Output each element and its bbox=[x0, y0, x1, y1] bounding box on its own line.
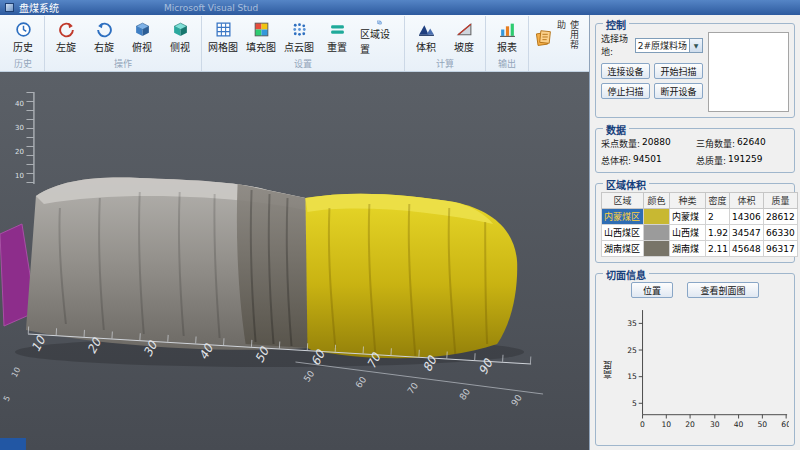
viewport-3d[interactable]: 10 20 30 40 50 60 70 80 90 50 60 bbox=[0, 72, 589, 450]
color-swatch bbox=[644, 225, 670, 241]
side-view-button[interactable]: 侧视 bbox=[161, 17, 199, 59]
control-group-title: 控制 bbox=[603, 17, 629, 32]
cell-region: 山西煤区 bbox=[602, 225, 644, 241]
cell-type: 湖南煤 bbox=[670, 241, 706, 257]
cell-type: 内蒙煤 bbox=[670, 209, 706, 225]
cell-density: 1.92 bbox=[706, 225, 730, 241]
table-row[interactable]: 内蒙煤区 内蒙煤 2 14306 28612 bbox=[602, 209, 798, 225]
table-row[interactable]: 湖南煤区 湖南煤 2.11 45648 96317 bbox=[602, 241, 798, 257]
fill-map-icon bbox=[253, 21, 270, 38]
ruler-label: 20 bbox=[15, 148, 24, 156]
cell-volume: 14306 bbox=[730, 209, 764, 225]
history-button[interactable]: 历史 bbox=[4, 17, 42, 59]
slope-button[interactable]: 坡度 bbox=[445, 17, 483, 59]
report-icon bbox=[499, 21, 516, 38]
svg-text:25: 25 bbox=[627, 346, 637, 355]
section-chart-canvas: 35 25 15 5 0 10 20 30 40 50 60 bbox=[614, 303, 789, 437]
start-scan-button[interactable]: 开始扫描 bbox=[654, 63, 703, 79]
table-header-row: 区域 颜色 种类 密度 体积 质量 bbox=[602, 193, 798, 209]
region-volume-title: 区域体积 bbox=[603, 177, 649, 192]
chart-ylabel: 高度 bbox=[601, 361, 614, 379]
toolbar: 历史 历史 左旋 bbox=[0, 15, 589, 72]
svg-text:15: 15 bbox=[627, 373, 637, 382]
taskbar-fragment bbox=[0, 438, 26, 450]
toolbar-group-operate: 左旋 右旋 bbox=[45, 16, 202, 71]
svg-text:20: 20 bbox=[685, 420, 695, 429]
cell-region: 内蒙煤区 bbox=[602, 209, 644, 225]
toolbar-group-settings: 网格图 填充图 bbox=[202, 16, 405, 71]
control-group: 控制 选择场地: 2#原煤料场 ▼ 连接设备 开始扫描 bbox=[595, 23, 795, 118]
site-label: 选择场地: bbox=[601, 32, 633, 58]
report-button[interactable]: 报表 bbox=[488, 17, 526, 59]
stop-scan-button[interactable]: 停止扫描 bbox=[601, 83, 650, 99]
color-swatch bbox=[644, 241, 670, 257]
ruler-label: 40 bbox=[15, 100, 24, 108]
grid-map-button[interactable]: 网格图 bbox=[204, 17, 242, 59]
svg-text:30: 30 bbox=[710, 420, 720, 429]
slope-icon bbox=[456, 21, 473, 38]
fill-map-button[interactable]: 填充图 bbox=[242, 17, 280, 59]
app-window: 盘煤系统 Microsoft Visual Stud 历史 bbox=[0, 0, 800, 450]
svg-text:5: 5 bbox=[632, 399, 637, 408]
rotate-left-button[interactable]: 左旋 bbox=[47, 17, 85, 59]
right-panel: 控制 选择场地: 2#原煤料场 ▼ 连接设备 开始扫描 bbox=[590, 15, 800, 450]
col-color[interactable]: 颜色 bbox=[644, 193, 670, 209]
cell-density: 2.11 bbox=[706, 241, 730, 257]
disconnect-device-button[interactable]: 断开设备 bbox=[654, 83, 703, 99]
top-view-button[interactable]: 俯视 bbox=[123, 17, 161, 59]
rotate-left-icon bbox=[58, 21, 75, 38]
volume-button[interactable]: 体积 bbox=[407, 17, 445, 59]
title-bar[interactable]: 盘煤系统 Microsoft Visual Stud bbox=[0, 0, 800, 15]
window-title: 盘煤系统 bbox=[19, 0, 59, 15]
cell-mass: 96317 bbox=[764, 241, 798, 257]
data-field-points: 采点数量: 20880 bbox=[601, 137, 694, 150]
toolbar-group-label: 操作 bbox=[47, 59, 199, 71]
chart-xticks: 0 10 20 30 40 50 60 bbox=[640, 420, 789, 429]
toolbar-group-label: 设置 bbox=[204, 59, 402, 71]
cell-mass: 66330 bbox=[764, 225, 798, 241]
section-info-group: 切面信息 位置 查看剖面图 高度 35 25 15 bbox=[595, 273, 795, 446]
pointcloud-map-button[interactable]: 点云图 bbox=[280, 17, 318, 59]
col-volume[interactable]: 体积 bbox=[730, 193, 764, 209]
preview-box bbox=[708, 32, 789, 112]
region-settings-icon bbox=[371, 20, 388, 25]
col-mass[interactable]: 质量 bbox=[764, 193, 798, 209]
region-settings-button[interactable]: 区域设置 bbox=[356, 17, 402, 59]
col-region[interactable]: 区域 bbox=[602, 193, 644, 209]
region-volume-group: 区域体积 区域 颜色 种类 密度 体积 质量 bbox=[595, 183, 795, 263]
help-button[interactable]: 使用帮助 bbox=[531, 17, 585, 59]
position-button[interactable]: 位置 bbox=[631, 282, 673, 298]
section-info-title: 切面信息 bbox=[603, 267, 649, 282]
top-view-icon bbox=[134, 21, 151, 38]
reset-icon bbox=[329, 21, 346, 38]
view-section-button[interactable]: 查看剖面图 bbox=[687, 282, 759, 298]
svg-text:10: 10 bbox=[661, 420, 671, 429]
region-volume-table: 区域 颜色 种类 密度 体积 质量 内蒙煤区 内蒙煤 bbox=[601, 192, 798, 257]
toolbar-group-output: 报表 输出 bbox=[486, 16, 529, 71]
grid-map-icon bbox=[215, 21, 232, 38]
reset-button[interactable]: 重置 bbox=[318, 17, 356, 59]
volume-icon bbox=[418, 21, 435, 38]
site-select[interactable]: 2#原煤料场 ▼ bbox=[635, 38, 703, 53]
data-field-total-volume: 总体积: 94501 bbox=[601, 154, 694, 167]
chart-yticks: 35 25 15 5 bbox=[627, 319, 637, 408]
viewport-canvas: 10 20 30 40 50 60 70 80 90 50 60 bbox=[0, 72, 589, 450]
toolbar-group-help: 使用帮助 bbox=[529, 16, 587, 71]
toolbar-group-label: 计算 bbox=[407, 59, 483, 71]
toolbar-group-history: 历史 历史 bbox=[2, 16, 45, 71]
chevron-down-icon[interactable]: ▼ bbox=[689, 39, 702, 52]
col-density[interactable]: 密度 bbox=[706, 193, 730, 209]
rotate-right-button[interactable]: 右旋 bbox=[85, 17, 123, 59]
app-icon bbox=[5, 3, 14, 12]
toolbar-group-label: 历史 bbox=[4, 59, 42, 71]
history-icon bbox=[15, 21, 32, 38]
svg-text:0: 0 bbox=[640, 420, 645, 429]
table-row[interactable]: 山西煤区 山西煤 1.92 34547 66330 bbox=[602, 225, 798, 241]
toolbar-group-label: 输出 bbox=[488, 59, 526, 71]
col-type[interactable]: 种类 bbox=[670, 193, 706, 209]
svg-text:60: 60 bbox=[781, 420, 789, 429]
data-group-title: 数据 bbox=[603, 122, 629, 137]
connect-device-button[interactable]: 连接设备 bbox=[601, 63, 650, 79]
svg-text:35: 35 bbox=[627, 319, 637, 328]
svg-text:50: 50 bbox=[758, 420, 768, 429]
